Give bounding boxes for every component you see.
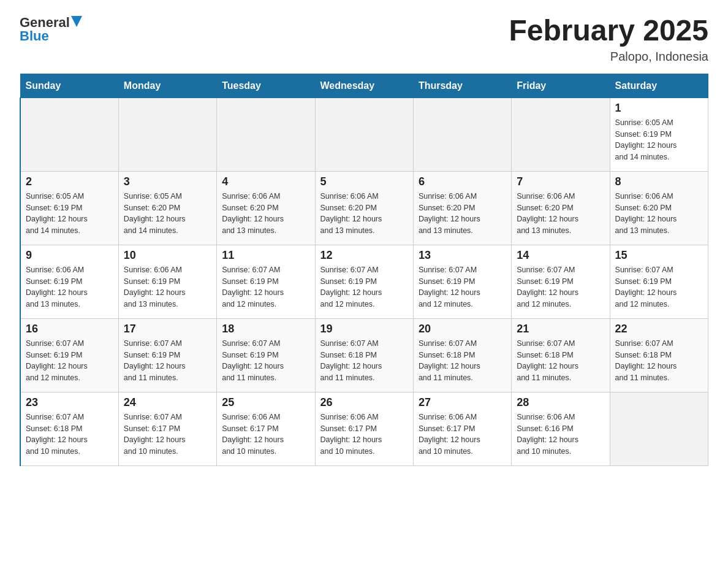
calendar-cell: 3Sunrise: 6:05 AM Sunset: 6:20 PM Daylig… [118,171,216,245]
day-number: 3 [124,175,211,188]
calendar-cell: 4Sunrise: 6:06 AM Sunset: 6:20 PM Daylig… [217,171,315,245]
calendar-week-4: 23Sunrise: 6:07 AM Sunset: 6:18 PM Dayli… [20,392,708,465]
calendar-cell: 18Sunrise: 6:07 AM Sunset: 6:19 PM Dayli… [217,318,315,392]
day-info: Sunrise: 6:07 AM Sunset: 6:19 PM Dayligh… [615,264,703,310]
calendar-cell [118,98,216,171]
calendar-cell [512,98,610,171]
day-number: 9 [26,249,113,262]
calendar-cell [20,98,118,171]
calendar-cell: 23Sunrise: 6:07 AM Sunset: 6:18 PM Dayli… [20,392,118,465]
day-number: 18 [222,323,309,335]
day-number: 27 [419,396,506,409]
calendar-cell: 5Sunrise: 6:06 AM Sunset: 6:20 PM Daylig… [315,171,413,245]
calendar-table: Sunday Monday Tuesday Wednesday Thursday… [20,74,708,466]
calendar-cell: 21Sunrise: 6:07 AM Sunset: 6:18 PM Dayli… [512,318,610,392]
day-info: Sunrise: 6:07 AM Sunset: 6:19 PM Dayligh… [26,338,113,384]
day-info: Sunrise: 6:05 AM Sunset: 6:20 PM Dayligh… [124,191,211,237]
day-info: Sunrise: 6:06 AM Sunset: 6:19 PM Dayligh… [124,264,211,310]
day-number: 26 [320,396,408,409]
day-number: 22 [615,323,703,335]
svg-marker-0 [71,16,82,27]
location-title: Palopo, Indonesia [509,50,708,64]
day-number: 11 [222,249,309,262]
day-number: 5 [320,175,408,188]
logo-blue: Blue [20,28,49,44]
day-info: Sunrise: 6:06 AM Sunset: 6:16 PM Dayligh… [517,412,604,458]
calendar-week-1: 2Sunrise: 6:05 AM Sunset: 6:19 PM Daylig… [20,171,708,245]
calendar-cell: 6Sunrise: 6:06 AM Sunset: 6:20 PM Daylig… [413,171,511,245]
day-number: 15 [615,249,703,262]
calendar-cell: 7Sunrise: 6:06 AM Sunset: 6:20 PM Daylig… [512,171,610,245]
day-number: 10 [124,249,211,262]
calendar-cell: 24Sunrise: 6:07 AM Sunset: 6:17 PM Dayli… [118,392,216,465]
calendar-cell: 10Sunrise: 6:06 AM Sunset: 6:19 PM Dayli… [118,245,216,318]
title-block: February 2025 Palopo, Indonesia [509,15,708,64]
header-tuesday: Tuesday [217,74,315,98]
calendar-cell [315,98,413,171]
day-number: 24 [124,396,211,409]
calendar-header: Sunday Monday Tuesday Wednesday Thursday… [20,74,708,98]
day-info: Sunrise: 6:06 AM Sunset: 6:20 PM Dayligh… [222,191,309,237]
day-info: Sunrise: 6:07 AM Sunset: 6:17 PM Dayligh… [124,412,211,458]
day-info: Sunrise: 6:05 AM Sunset: 6:19 PM Dayligh… [615,117,703,163]
day-number: 13 [419,249,506,262]
calendar-cell: 9Sunrise: 6:06 AM Sunset: 6:19 PM Daylig… [20,245,118,318]
day-number: 23 [26,396,113,409]
header-sunday: Sunday [20,74,118,98]
calendar-cell: 22Sunrise: 6:07 AM Sunset: 6:18 PM Dayli… [610,318,708,392]
day-number: 17 [124,323,211,335]
header-wednesday: Wednesday [315,74,413,98]
day-info: Sunrise: 6:06 AM Sunset: 6:20 PM Dayligh… [320,191,408,237]
calendar-cell: 19Sunrise: 6:07 AM Sunset: 6:18 PM Dayli… [315,318,413,392]
day-info: Sunrise: 6:07 AM Sunset: 6:18 PM Dayligh… [26,412,113,458]
day-number: 20 [419,323,506,335]
calendar-cell: 1Sunrise: 6:05 AM Sunset: 6:19 PM Daylig… [610,98,708,171]
day-info: Sunrise: 6:06 AM Sunset: 6:17 PM Dayligh… [419,412,506,458]
day-number: 12 [320,249,408,262]
calendar-cell: 20Sunrise: 6:07 AM Sunset: 6:18 PM Dayli… [413,318,511,392]
calendar-cell [610,392,708,465]
calendar-week-0: 1Sunrise: 6:05 AM Sunset: 6:19 PM Daylig… [20,98,708,171]
calendar-body: 1Sunrise: 6:05 AM Sunset: 6:19 PM Daylig… [20,98,708,465]
day-info: Sunrise: 6:06 AM Sunset: 6:17 PM Dayligh… [320,412,408,458]
calendar-cell [217,98,315,171]
logo: General Blue [20,15,82,44]
calendar-week-3: 16Sunrise: 6:07 AM Sunset: 6:19 PM Dayli… [20,318,708,392]
calendar-cell: 16Sunrise: 6:07 AM Sunset: 6:19 PM Dayli… [20,318,118,392]
logo-triangle-icon [71,16,82,27]
day-info: Sunrise: 6:05 AM Sunset: 6:19 PM Dayligh… [26,191,113,237]
header-row: Sunday Monday Tuesday Wednesday Thursday… [20,74,708,98]
day-info: Sunrise: 6:07 AM Sunset: 6:18 PM Dayligh… [419,338,506,384]
day-number: 2 [26,175,113,188]
day-info: Sunrise: 6:06 AM Sunset: 6:20 PM Dayligh… [615,191,703,237]
month-title: February 2025 [509,15,708,47]
day-number: 25 [222,396,309,409]
calendar-cell: 13Sunrise: 6:07 AM Sunset: 6:19 PM Dayli… [413,245,511,318]
calendar-cell: 27Sunrise: 6:06 AM Sunset: 6:17 PM Dayli… [413,392,511,465]
day-info: Sunrise: 6:07 AM Sunset: 6:18 PM Dayligh… [615,338,703,384]
day-number: 6 [419,175,506,188]
calendar-cell: 2Sunrise: 6:05 AM Sunset: 6:19 PM Daylig… [20,171,118,245]
calendar-cell: 26Sunrise: 6:06 AM Sunset: 6:17 PM Dayli… [315,392,413,465]
calendar-cell: 15Sunrise: 6:07 AM Sunset: 6:19 PM Dayli… [610,245,708,318]
calendar-cell: 14Sunrise: 6:07 AM Sunset: 6:19 PM Dayli… [512,245,610,318]
day-number: 19 [320,323,408,335]
day-number: 28 [517,396,604,409]
calendar-cell: 28Sunrise: 6:06 AM Sunset: 6:16 PM Dayli… [512,392,610,465]
day-info: Sunrise: 6:06 AM Sunset: 6:19 PM Dayligh… [26,264,113,310]
day-info: Sunrise: 6:06 AM Sunset: 6:20 PM Dayligh… [517,191,604,237]
day-number: 8 [615,175,703,188]
header-saturday: Saturday [610,74,708,98]
day-number: 4 [222,175,309,188]
day-info: Sunrise: 6:07 AM Sunset: 6:19 PM Dayligh… [124,338,211,384]
day-info: Sunrise: 6:06 AM Sunset: 6:17 PM Dayligh… [222,412,309,458]
day-number: 7 [517,175,604,188]
header-monday: Monday [118,74,216,98]
day-info: Sunrise: 6:07 AM Sunset: 6:19 PM Dayligh… [222,264,309,310]
calendar-cell: 11Sunrise: 6:07 AM Sunset: 6:19 PM Dayli… [217,245,315,318]
day-info: Sunrise: 6:07 AM Sunset: 6:18 PM Dayligh… [517,338,604,384]
day-info: Sunrise: 6:07 AM Sunset: 6:19 PM Dayligh… [320,264,408,310]
day-info: Sunrise: 6:07 AM Sunset: 6:19 PM Dayligh… [419,264,506,310]
day-info: Sunrise: 6:07 AM Sunset: 6:19 PM Dayligh… [222,338,309,384]
day-number: 21 [517,323,604,335]
